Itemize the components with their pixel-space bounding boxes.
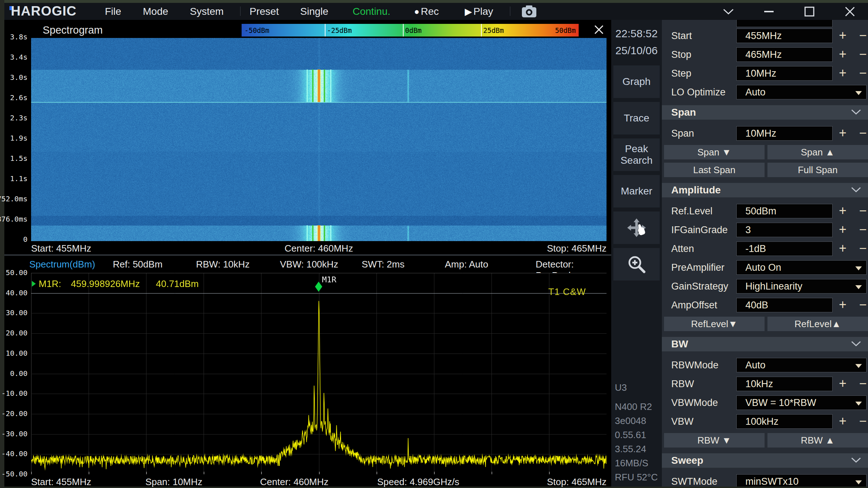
chevron-down-icon <box>851 340 861 347</box>
section-header-bw[interactable]: BW <box>662 337 868 351</box>
menu-file[interactable]: File <box>105 6 121 17</box>
setting-label: LO Optimize <box>671 85 726 99</box>
pan-tool-button[interactable] <box>613 211 660 244</box>
window-maximize-button[interactable] <box>802 4 817 19</box>
span--up-button[interactable]: Span ▲ <box>767 145 868 159</box>
screenshot-button[interactable] <box>521 5 537 21</box>
status-line: 0.55.61 <box>615 428 662 442</box>
spectrogram-y-tick: 3.4s <box>0 53 27 61</box>
sidebar-button-trace[interactable]: Trace <box>613 102 660 134</box>
section-header-amplitude[interactable]: Amplitude <box>662 183 868 197</box>
spectrogram-colorbar: -50dBm-25dBm0dBm25dBm50dBm <box>242 24 579 37</box>
menu-play[interactable]: ▶Play <box>465 6 493 17</box>
increment-button[interactable]: + <box>835 66 851 81</box>
spectrum-center-label: Center: 460MHz <box>260 476 328 488</box>
decrement-button[interactable]: − <box>855 126 868 141</box>
menu-mode[interactable]: Mode <box>143 6 168 17</box>
status-line: 3.55.24 <box>615 442 662 456</box>
input-span[interactable]: 10MHz <box>736 126 833 141</box>
increment-button[interactable]: + <box>835 298 851 312</box>
status-line: 3e0048 <box>615 414 662 428</box>
setting-row: Atten-1dB+− <box>671 241 868 256</box>
decrement-button[interactable]: − <box>855 241 868 256</box>
dropdown-preamplifier[interactable]: Auto On <box>736 260 867 275</box>
spectrum-y-tick: -30.00 <box>0 429 27 438</box>
increment-button[interactable]: + <box>835 414 851 429</box>
spectrum-plot[interactable] <box>31 273 607 474</box>
span--down-button[interactable]: Span ▼ <box>664 145 765 159</box>
menu-system[interactable]: System <box>190 6 224 17</box>
section-header-sweep[interactable]: Sweep <box>662 453 868 468</box>
dropdown-vbwmode[interactable]: VBW = 10*RBW <box>736 395 867 410</box>
spectrum-y-tick: 40.00 <box>0 288 27 297</box>
dropdown-gainstrategy[interactable]: HighLinearity <box>736 279 867 294</box>
decrement-button[interactable]: − <box>855 204 868 218</box>
status-line: RFU 52°C <box>615 470 662 484</box>
increment-button[interactable]: + <box>835 377 851 391</box>
window-close-button[interactable] <box>843 4 857 19</box>
menu-continuous[interactable]: Continu. <box>353 6 390 17</box>
input-ref-level[interactable]: 50dBm <box>736 204 833 218</box>
chevron-down-icon <box>851 108 861 116</box>
input-vbw[interactable]: 100kHz <box>736 414 833 429</box>
reflevel-down-button[interactable]: RefLevel▼ <box>664 317 765 331</box>
dropdown-rbwmode[interactable]: Auto <box>736 358 867 372</box>
sidebar-button-peak-search[interactable]: Peak Search <box>613 138 660 171</box>
input-start[interactable]: 455MHz <box>736 29 833 43</box>
window-collapse-button[interactable] <box>721 4 736 19</box>
setting-row: Start455MHz+− <box>671 29 868 43</box>
reflevel-up-button[interactable]: RefLevel▲ <box>767 317 868 331</box>
section-title: Span <box>671 107 696 118</box>
decrement-button[interactable]: − <box>855 414 868 429</box>
sidebar-button-marker[interactable]: Marker <box>613 175 660 207</box>
setting-label: Stop <box>671 47 692 62</box>
setting-row: Span10MHz+− <box>671 126 868 141</box>
settings-panel: Start455MHz+−Stop465MHz+−Step10MHz+−LO O… <box>662 20 868 487</box>
decrement-button[interactable]: − <box>855 298 868 312</box>
setting-row: VBW100kHz+− <box>671 414 868 429</box>
marker-diamond-icon[interactable] <box>315 282 322 292</box>
increment-button[interactable]: + <box>835 126 851 141</box>
spectrogram-close-button[interactable] <box>592 23 605 36</box>
input-stop[interactable]: 465MHz <box>736 47 833 62</box>
increment-button[interactable]: + <box>835 47 851 62</box>
menu-preset[interactable]: Preset <box>250 6 279 17</box>
input-ampoffset[interactable]: 40dB <box>736 298 833 312</box>
input-ifgaingrade[interactable]: 3 <box>736 223 833 237</box>
last-span-button[interactable]: Last Span <box>664 163 765 177</box>
input-rbw[interactable]: 10kHz <box>736 377 833 391</box>
increment-button[interactable]: + <box>835 223 851 237</box>
menu-rec[interactable]: ●Rec <box>414 6 439 17</box>
zoom-tool-button[interactable] <box>613 248 660 281</box>
window-minimize-button[interactable] <box>762 4 776 19</box>
input-step[interactable]: 10MHz <box>736 66 833 81</box>
spectrum-amp-label: Amp: Auto <box>445 259 488 270</box>
rbw--up-button[interactable]: RBW ▲ <box>767 433 868 448</box>
decrement-button[interactable]: − <box>855 66 868 81</box>
increment-button[interactable]: + <box>835 204 851 218</box>
setting-row: Stop465MHz+− <box>671 47 868 62</box>
clipped-input-box[interactable] <box>736 20 833 27</box>
setting-row: PreAmplifierAuto On <box>671 260 868 275</box>
input-atten[interactable]: -1dB <box>736 241 833 256</box>
section-title: Sweep <box>671 455 703 466</box>
button-row: RefLevel▼RefLevel▲ <box>664 317 868 331</box>
decrement-button[interactable]: − <box>855 377 868 391</box>
rbw--down-button[interactable]: RBW ▼ <box>664 433 765 448</box>
decrement-button[interactable]: − <box>855 47 868 62</box>
spectrogram-plot[interactable] <box>31 38 607 241</box>
section-header-span[interactable]: Span <box>662 105 868 120</box>
decrement-button[interactable]: − <box>855 29 868 43</box>
dropdown-swtmode[interactable]: minSWTx10 <box>736 474 867 487</box>
spectrogram-y-tick: 752.0ms <box>0 194 27 203</box>
increment-button[interactable]: + <box>835 241 851 256</box>
spectrum-y-tick: -10.00 <box>0 389 27 398</box>
decrement-button[interactable]: − <box>855 223 868 237</box>
dropdown-lo-optimize[interactable]: Auto <box>736 85 867 99</box>
spectrum-ref-label: Ref: 50dBm <box>113 259 162 270</box>
increment-button[interactable]: + <box>835 29 851 43</box>
menu-single[interactable]: Single <box>300 6 328 17</box>
full-span-button[interactable]: Full Span <box>767 163 868 177</box>
setting-label: Start <box>671 29 692 43</box>
sidebar-button-graph[interactable]: Graph <box>613 65 660 98</box>
